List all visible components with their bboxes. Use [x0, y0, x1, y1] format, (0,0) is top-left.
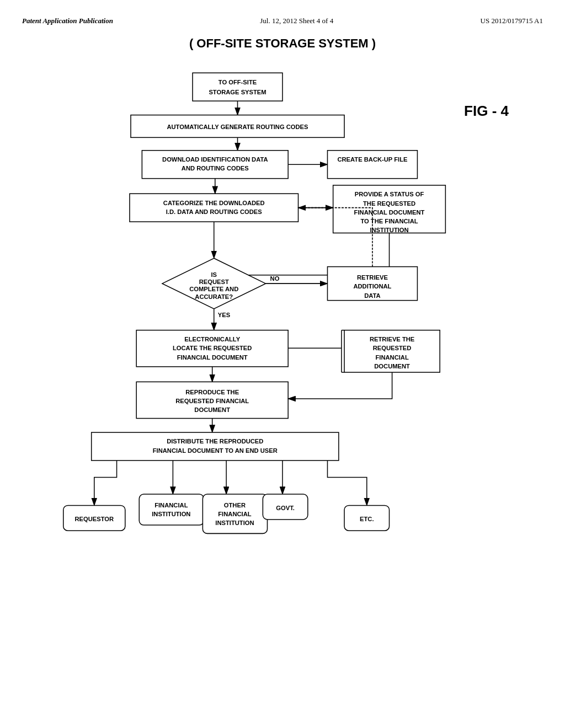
- date-sheet-label: Jul. 12, 2012 Sheet 4 of 4: [260, 17, 333, 25]
- backup-box: [327, 151, 417, 179]
- retrieve-requested-text2: REQUESTED: [373, 345, 412, 351]
- status-text1: PROVIDE A STATUS OF: [355, 191, 424, 197]
- page: Patent Application Publication Jul. 12, …: [0, 0, 565, 728]
- flowchart-container: TO OFF-SITE STORAGE SYSTEM AUTOMATICALLY…: [23, 67, 542, 676]
- to-offsite-box: [193, 73, 282, 101]
- retrieve-requested-text4: DOCUMENT: [374, 363, 410, 370]
- no-label: NO: [270, 275, 280, 282]
- distribute-text2: FINANCIAL DOCUMENT TO AN END USER: [153, 447, 278, 454]
- distribute-text1: DISTRIBUTE THE REPRODUCED: [167, 438, 263, 445]
- financial-inst-text2: INSTITUTION: [152, 511, 190, 517]
- other-financial-text3: INSTITUTION: [215, 520, 254, 526]
- diamond-text3: COMPLETE AND: [189, 286, 238, 292]
- financial-institution-box: [139, 494, 204, 525]
- status-text5: INSTITUTION: [370, 227, 408, 233]
- yes-label: YES: [218, 312, 231, 318]
- backup-text1: CREATE BACK-UP FILE: [337, 156, 408, 163]
- to-offsite-text2: STORAGE SYSTEM: [209, 89, 266, 95]
- retrieve-additional-text1: RETRIEVE: [357, 274, 388, 281]
- status-text2: THE REQUESTED: [363, 200, 415, 207]
- retrieve-requested-text3: FINANCIAL: [375, 354, 408, 361]
- diamond-text2: REQUEST: [199, 279, 229, 285]
- status-text4: TO THE FINANCIAL: [360, 218, 418, 224]
- retrieve-requested-text1: RETRIEVE THE: [370, 336, 415, 342]
- diagram-title: ( OFF-SITE STORAGE SYSTEM ): [23, 36, 542, 51]
- download-text1: DOWNLOAD IDENTIFICATION DATA: [162, 156, 268, 163]
- page-header: Patent Application Publication Jul. 12, …: [22, 17, 543, 25]
- to-offsite-text: TO OFF-SITE: [218, 79, 257, 85]
- diamond-text1: IS: [211, 271, 217, 278]
- patent-number-label: US 2012/0179715 A1: [481, 17, 543, 25]
- financial-inst-text1: FINANCIAL: [154, 502, 188, 508]
- download-box: [142, 151, 288, 179]
- categorize-text2: I.D. DATA AND ROUTING CODES: [166, 208, 263, 215]
- auto-generate-text: AUTOMATICALLY GENERATE ROUTING CODES: [167, 124, 308, 130]
- other-financial-text2: FINANCIAL: [218, 511, 251, 517]
- publication-label: Patent Application Publication: [22, 17, 113, 25]
- categorize-box: [130, 194, 299, 222]
- flowchart-svg: TO OFF-SITE STORAGE SYSTEM AUTOMATICALLY…: [23, 67, 542, 674]
- diagram-area: ( OFF-SITE STORAGE SYSTEM ) FIG - 4 TO O…: [23, 36, 542, 676]
- other-financial-text1: OTHER: [224, 502, 246, 508]
- etc-text: ETC.: [360, 516, 374, 522]
- status-text3: FINANCIAL DOCUMENT: [354, 209, 425, 216]
- govt-text: GOVT.: [276, 505, 295, 511]
- retrieve-additional-text2: ADDITIONAL: [353, 283, 391, 290]
- distribute-box: [92, 432, 339, 461]
- diamond-text4: ACCURATE?: [195, 293, 233, 300]
- arrow-retrieve-to-reproduce: [288, 372, 392, 399]
- categorize-text1: CATEGORIZE THE DOWNLOADED: [163, 200, 265, 206]
- arrow-to-etc: [327, 461, 366, 505]
- arrow-to-requestor: [94, 461, 117, 505]
- download-text2: AND ROUTING CODES: [182, 165, 249, 172]
- electronically-text2: LOCATE THE REQUESTED: [173, 345, 252, 351]
- retrieve-additional-text3: DATA: [364, 292, 380, 299]
- electronically-text3: FINANCIAL DOCUMENT: [177, 354, 248, 361]
- electronically-text1: ELECTRONICALLY: [184, 336, 240, 342]
- requestor-text: REQUESTOR: [74, 516, 114, 522]
- reproduce-text3: DOCUMENT: [194, 406, 230, 413]
- reproduce-text1: REPRODUCE THE: [185, 389, 239, 395]
- reproduce-text2: REQUESTED FINANCIAL: [175, 398, 249, 404]
